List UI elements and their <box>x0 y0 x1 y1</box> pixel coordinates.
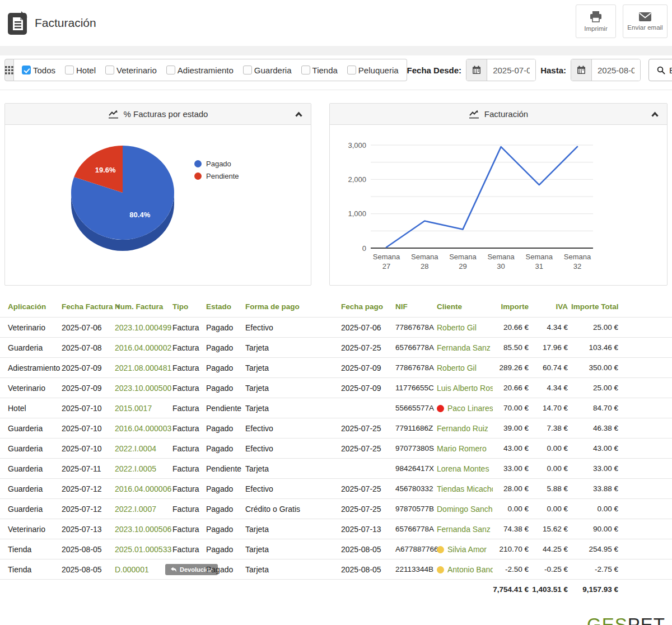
invoice-number-link[interactable]: 2022.I.0007 <box>115 505 156 514</box>
client-link[interactable]: Lorena Montes <box>437 464 489 473</box>
data-line <box>386 147 577 248</box>
column-header-2[interactable]: Fecha Factura▲ <box>62 298 115 318</box>
date-to-label: Hasta: <box>540 66 566 75</box>
category-checkbox-todos[interactable]: Todos <box>22 66 55 75</box>
cell-cliente: Domingo Sanchez <box>437 499 493 519</box>
client-link[interactable]: Silvia Amor <box>447 545 487 554</box>
cell-importe-total: 33.00 € <box>571 459 622 479</box>
client-link[interactable]: Luis Alberto Rosetti <box>437 384 493 393</box>
invoice-number-link[interactable]: 2016.04.000003 <box>115 424 171 433</box>
column-header-11[interactable]: IVA <box>532 298 571 318</box>
invoice-number-link[interactable]: D.000001 <box>115 565 149 574</box>
table-row: Guarderia2025-07-122016.04.000006Factura… <box>0 479 672 499</box>
return-arrow-icon <box>170 567 177 572</box>
column-header-5[interactable]: Estado <box>206 298 245 318</box>
cell-importe: 33.00 € <box>493 459 532 479</box>
category-checkbox-veterinario[interactable]: Veterinario <box>105 66 157 75</box>
invoice-document-icon <box>8 11 28 35</box>
invoice-number-link[interactable]: 2021.08.000481 <box>115 363 171 372</box>
cell-fecha-pago: 2025-07-25 <box>341 418 395 439</box>
cell-fecha-pago: 2025-07-25 <box>341 338 395 358</box>
client-link[interactable]: Fernando Ruiz <box>437 424 488 433</box>
cell-fecha-pago: 2025-07-25 <box>341 499 395 519</box>
invoice-number-link[interactable]: 2023.10.000506 <box>115 525 171 534</box>
column-header-7[interactable]: Fecha pago <box>341 298 395 318</box>
calendar-from-button[interactable] <box>466 59 487 81</box>
client-link[interactable]: Paco Linares <box>447 404 493 413</box>
client-link[interactable]: Roberto Gil <box>437 363 477 372</box>
checkbox-label: Guarderia <box>254 66 292 75</box>
send-email-button[interactable]: Enviar email <box>623 4 668 38</box>
pie-chart: 80.4%19.6% <box>5 125 312 285</box>
cell-aplicacion: Guarderia <box>0 479 62 499</box>
category-checkbox-adiestramiento[interactable]: Adiestramiento <box>166 66 234 75</box>
client-link[interactable]: Fernanda Sanz <box>437 525 491 534</box>
calendar-to-button[interactable] <box>571 59 592 81</box>
cell-nif: 11776655C <box>395 378 437 398</box>
client-link[interactable]: Mario Romero <box>437 444 487 453</box>
category-checkbox-hotel[interactable]: Hotel <box>65 66 96 75</box>
cell-nif: A677887766 <box>395 539 437 559</box>
cell-importe-total: 46.38 € <box>571 418 622 439</box>
cell-fecha-factura: 2025-07-08 <box>62 338 115 358</box>
client-link[interactable]: Antonio Banderas <box>447 565 493 574</box>
page-title: Facturación <box>35 16 96 30</box>
pie-chart-panel: % Facturas por estado 80.4%19.6% PagadoP… <box>4 103 311 286</box>
invoice-number-link[interactable]: 2015.0017 <box>115 404 152 413</box>
cell-iva: 4.34 € <box>532 318 571 338</box>
invoice-number-link[interactable]: 2023.10.000499 <box>115 323 171 332</box>
cell-forma-pago: Efectivo <box>245 439 341 459</box>
cell-spacer <box>622 459 672 479</box>
invoice-number-link[interactable]: 2022.I.0005 <box>115 464 156 473</box>
collapse-up-icon[interactable] <box>295 110 303 119</box>
cell-forma-pago: Crédito o Gratis <box>245 499 341 519</box>
cell-forma-pago: Tarjeta <box>245 559 341 580</box>
category-checkbox-tienda[interactable]: Tienda <box>301 66 338 75</box>
client-link[interactable]: Tiendas Micachorrito <box>437 484 493 493</box>
cell-forma-pago: Tarjeta <box>245 398 341 418</box>
invoice-number-link[interactable]: 2016.04.000006 <box>115 484 171 493</box>
invoice-number-link[interactable]: 2025.01.000533 <box>115 545 171 554</box>
cell-importe-total: 0.00 € <box>571 499 622 519</box>
invoice-number-link[interactable]: 2016.04.000002 <box>115 343 171 352</box>
client-link[interactable]: Domingo Sanchez <box>437 505 493 514</box>
cell-cliente: Antonio Banderas <box>437 559 493 580</box>
column-header-10[interactable]: Importe <box>493 298 532 318</box>
cell-iva: 4.34 € <box>532 378 571 398</box>
client-link[interactable]: Fernanda Sanz <box>437 343 491 352</box>
column-header-9[interactable]: Cliente <box>437 298 493 318</box>
client-link[interactable]: Roberto Gil <box>437 323 477 332</box>
cell-num-factura: 2016.04.000002 <box>115 338 172 358</box>
date-to-input[interactable] <box>592 59 640 81</box>
column-header-4[interactable]: Tipo <box>172 298 206 318</box>
cell-cliente: Silvia Amor <box>437 539 493 559</box>
top-bar: Facturación Imprimir Enviar email <box>0 0 672 46</box>
search-label: Buscar <box>669 66 672 75</box>
line-chart: 01,0002,0003,000Semana27Semana28Semana29… <box>330 125 668 285</box>
category-checkbox-guarderia[interactable]: Guarderia <box>243 66 292 75</box>
total-iva: 1,403.51 € <box>532 580 571 600</box>
category-checkbox-peluqueria[interactable]: Peluqueria <box>347 66 399 75</box>
cell-fecha-pago: 2025-07-25 <box>341 479 395 499</box>
column-header-3[interactable]: Num. Factura <box>115 298 172 318</box>
printer-icon <box>589 11 603 23</box>
collapse-up-icon[interactable] <box>651 110 659 119</box>
cell-estado: Pagado <box>206 318 245 338</box>
invoice-number-link[interactable]: 2023.10.000500 <box>115 384 171 393</box>
column-header-12[interactable]: Importe Total <box>571 298 622 318</box>
checkbox-label: Todos <box>33 66 55 75</box>
date-from-input[interactable] <box>487 59 535 81</box>
invoice-number-link[interactable]: 2022.I.0004 <box>115 444 156 453</box>
column-header-8[interactable]: NIF <box>395 298 437 318</box>
cell-aplicacion: Veterinario <box>0 378 62 398</box>
column-header-1[interactable]: Aplicación <box>0 298 62 318</box>
x-tick-label: Semana <box>487 253 515 261</box>
print-button[interactable]: Imprimir <box>576 4 616 38</box>
cell-cliente: Mario Romero <box>437 439 493 459</box>
cell-nif: 77867678A <box>395 358 437 378</box>
table-row: Tienda2025-08-052025.01.000533FacturaPag… <box>0 539 672 559</box>
grid-menu-button[interactable] <box>4 59 14 81</box>
search-button[interactable]: Buscar <box>648 59 672 81</box>
column-header-6[interactable]: Forma de pago <box>245 298 341 318</box>
cell-fecha-factura: 2025-08-05 <box>62 539 115 559</box>
